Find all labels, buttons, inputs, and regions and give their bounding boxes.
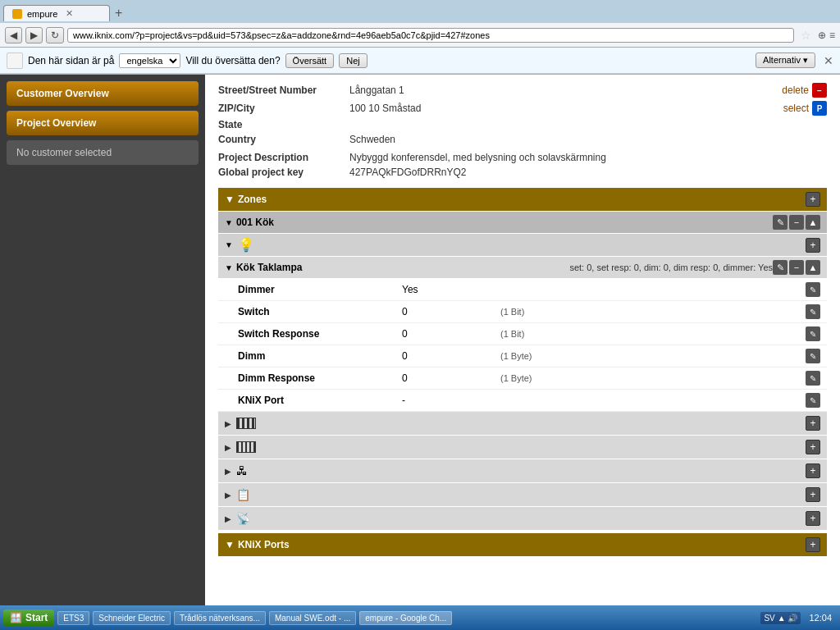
street-value: Långgatan 1	[349, 84, 782, 96]
device-up-btn[interactable]: ▲	[806, 260, 820, 275]
device-title: Kök Taklampa	[236, 262, 564, 273]
prop-edit-btn-3[interactable]: ✎	[806, 349, 820, 363]
icon-row-3[interactable]: ▶ 🖧 +	[218, 459, 827, 482]
prop-edit-btn-5[interactable]: ✎	[806, 393, 820, 408]
no-customer-label: No customer selected	[7, 140, 199, 165]
icon-row-5[interactable]: ▶ 📡 +	[218, 507, 827, 530]
global-key-value: 427PAQkFDGofDRRnYQ2	[349, 167, 827, 178]
zone001-controls: ✎ − ▲	[773, 215, 820, 230]
icon-row4-add-btn[interactable]: +	[806, 487, 820, 502]
delete-btn[interactable]: −	[812, 83, 827, 98]
zip-label: ZIP/City	[218, 103, 349, 114]
tab-title: empure	[27, 9, 57, 19]
prop-label-0: Dimmer	[238, 284, 402, 295]
tab-close-btn[interactable]: ✕	[66, 8, 73, 19]
zone001-up-btn[interactable]: ▲	[806, 215, 820, 230]
zones-add-btn[interactable]: +	[806, 192, 820, 207]
bookmark-star-icon[interactable]: ☆	[797, 29, 815, 42]
icon-row4-icon: 📋	[236, 488, 250, 501]
zone001-title: 001 Kök	[236, 217, 773, 228]
translation-text1: Den här sidan är på	[28, 55, 114, 66]
description-label: Project Description	[218, 152, 349, 163]
zip-row: ZIP/City 100 10 Småstad select P	[218, 101, 827, 116]
icon-row1-add-btn[interactable]: +	[806, 416, 820, 431]
country-value: Schweden	[349, 134, 827, 145]
knix-ports-header[interactable]: ▼ KNiX Ports +	[218, 533, 827, 556]
icon-row5-add-btn[interactable]: +	[806, 511, 820, 526]
active-tab[interactable]: empure ✕	[3, 5, 110, 21]
device-properties: DimmerYes✎Switch0(1 Bit)✎Switch Response…	[218, 279, 827, 412]
icon-row4-arrow: ▶	[225, 491, 231, 500]
customer-overview-btn[interactable]: Customer Overview	[7, 81, 199, 106]
new-tab-btn[interactable]: +	[110, 6, 127, 21]
prop-value-4: 0	[402, 372, 500, 384]
project-info: Street/Street Number Långgatan 1 delete …	[218, 83, 827, 178]
menu-icon[interactable]: ≡	[829, 30, 835, 41]
lamp-row-add-btn[interactable]: +	[806, 238, 820, 253]
global-key-row: Global project key 427PAQkFDGofDRRnYQ2	[218, 167, 827, 178]
no-translate-btn[interactable]: Nej	[339, 53, 368, 68]
zone001-triangle-icon: ▼	[225, 218, 233, 227]
content-area[interactable]: Street/Street Number Långgatan 1 delete …	[205, 75, 840, 606]
icon-row-4[interactable]: ▶ 📋 +	[218, 483, 827, 506]
prop-value-5: -	[402, 395, 500, 406]
description-row: Project Description Nybyggd konferensdel…	[218, 152, 827, 163]
prop-edit-btn-2[interactable]: ✎	[806, 326, 820, 341]
icon-row-1[interactable]: ▶ +	[218, 412, 827, 435]
street-label: Street/Street Number	[218, 84, 349, 96]
nav-bar: ◀ ▶ ↻ ☆ ⊕ ≡	[0, 23, 840, 48]
select-btn[interactable]: P	[812, 101, 827, 116]
device-info: set: 0, set resp: 0, dim: 0, dim resp: 0…	[569, 262, 773, 272]
translate-btn[interactable]: Översätt	[285, 53, 335, 68]
prop-label-4: Dimm Response	[238, 372, 402, 384]
property-row-3: Dimm0(1 Byte)✎	[218, 345, 827, 368]
prop-value-2: 0	[402, 328, 500, 340]
refresh-btn[interactable]: ↻	[46, 27, 64, 43]
taskbar: 🪟 Start ETS3 Schneider Electric Trådlös …	[0, 605, 840, 606]
description-value: Nybyggd konferensdel, med belysning och …	[349, 152, 827, 163]
zone001-minus-btn[interactable]: −	[789, 215, 804, 230]
prop-label-2: Switch Response	[238, 328, 402, 340]
icon-row5-icon: 📡	[236, 512, 250, 525]
select-actions: select P	[783, 101, 827, 116]
lamp-row-triangle: ▼	[225, 240, 233, 249]
property-row-5: KNiX Port-✎	[218, 390, 827, 412]
property-row-1: Switch0(1 Bit)✎	[218, 301, 827, 323]
main-layout: Customer Overview Project Overview No cu…	[0, 75, 840, 606]
prop-value-0: Yes	[402, 284, 500, 295]
zones-header[interactable]: ▼ Zones +	[218, 188, 827, 211]
extension-icon[interactable]: ⊕	[818, 30, 826, 41]
icon-row3-icon: 🖧	[236, 464, 248, 477]
alt-btn[interactable]: Alternativ ▾	[756, 52, 815, 68]
device-header[interactable]: ▼ Kök Taklampa set: 0, set resp: 0, dim:…	[218, 257, 827, 278]
zone-001-header[interactable]: ▼ 001 Kök ✎ − ▲	[218, 212, 827, 233]
prop-label-5: KNiX Port	[238, 395, 402, 406]
device-edit-btn[interactable]: ✎	[773, 260, 788, 275]
icon-row3-add-btn[interactable]: +	[806, 463, 820, 478]
select-link[interactable]: select	[783, 103, 809, 114]
project-overview-btn[interactable]: Project Overview	[7, 111, 199, 135]
address-bar[interactable]	[67, 28, 794, 43]
prop-edit-btn-0[interactable]: ✎	[806, 282, 820, 297]
icon-row-2[interactable]: ▶ +	[218, 436, 827, 459]
icon-row1-icon	[236, 418, 256, 429]
forward-btn[interactable]: ▶	[25, 27, 43, 43]
prop-edit-btn-1[interactable]: ✎	[806, 304, 820, 319]
zones-title: Zones	[238, 194, 806, 205]
property-row-2: Switch Response0(1 Bit)✎	[218, 323, 827, 345]
prop-edit-btn-4[interactable]: ✎	[806, 371, 820, 386]
prop-type-4: (1 Byte)	[500, 373, 599, 383]
prop-value-3: 0	[402, 350, 500, 362]
translation-bar-close[interactable]: ✕	[824, 54, 833, 67]
prop-type-3: (1 Byte)	[500, 351, 599, 361]
language-select[interactable]: engelska	[119, 53, 180, 68]
knix-ports-add-btn[interactable]: +	[806, 537, 820, 552]
delete-link[interactable]: delete	[782, 84, 809, 96]
back-btn[interactable]: ◀	[5, 27, 22, 43]
icon-row2-icon	[236, 441, 256, 453]
icon-row2-add-btn[interactable]: +	[806, 440, 820, 454]
device-minus-btn[interactable]: −	[789, 260, 804, 275]
sidebar: Customer Overview Project Overview No cu…	[0, 75, 205, 606]
zone001-edit-btn[interactable]: ✎	[773, 215, 788, 230]
property-row-4: Dimm Response0(1 Byte)✎	[218, 368, 827, 390]
